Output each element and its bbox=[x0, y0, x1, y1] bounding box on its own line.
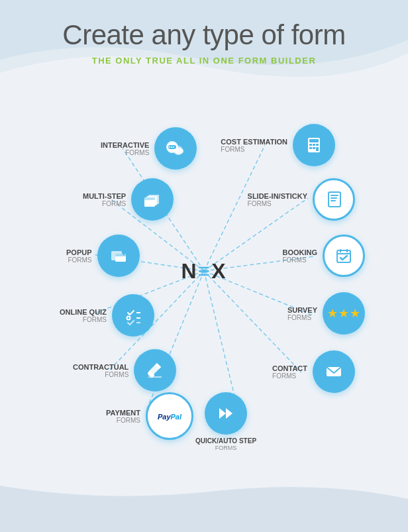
svg-marker-55 bbox=[226, 408, 232, 419]
svg-rect-23 bbox=[313, 144, 315, 146]
svg-rect-33 bbox=[331, 195, 338, 196]
wave-bottom bbox=[0, 479, 408, 532]
tablet-icon bbox=[323, 188, 345, 211]
node-slide-sticky: SLIDE-IN/STICKY FORMS bbox=[248, 178, 355, 221]
circle-payment: PayPal bbox=[146, 392, 193, 440]
circle-quiz bbox=[112, 294, 154, 337]
calendar-icon bbox=[332, 244, 355, 267]
nex-logo-center: N≡X bbox=[168, 254, 240, 288]
svg-rect-32 bbox=[329, 192, 340, 207]
node-payment: PayPal PAYMENT FORMS bbox=[106, 392, 193, 440]
pen-icon bbox=[144, 359, 166, 382]
node-booking: BOOKING FORMS bbox=[282, 235, 365, 277]
circle-quick bbox=[205, 392, 247, 435]
node-survey: SURVEY FORMS ★★★ bbox=[287, 292, 365, 335]
popup-icon bbox=[107, 244, 130, 267]
svg-point-46 bbox=[127, 317, 130, 320]
layers-icon bbox=[141, 188, 164, 211]
svg-line-11 bbox=[204, 271, 238, 412]
node-quick-auto: QUICK/AUTO STEP FORMS bbox=[195, 392, 256, 451]
svg-rect-35 bbox=[331, 200, 336, 201]
circle-interactive bbox=[154, 127, 197, 170]
page-title: Create any type of form bbox=[0, 20, 408, 50]
svg-rect-21 bbox=[309, 139, 319, 142]
node-cost-estimation: COST ESTIMATION FORMS bbox=[221, 124, 335, 166]
checklist-icon bbox=[122, 304, 144, 327]
svg-point-17 bbox=[171, 146, 172, 148]
svg-point-18 bbox=[173, 146, 174, 148]
nex-logo-text: N≡X bbox=[181, 259, 227, 284]
main-content: Create any type of form THE ONLY TRUE AL… bbox=[0, 0, 408, 463]
stars-icon: ★★★ bbox=[327, 306, 361, 321]
node-contractual: CONTRACTUAL FORMS bbox=[73, 349, 176, 392]
page-subtitle: THE ONLY TRUE ALL IN ONE FORM BUILDER bbox=[0, 56, 408, 66]
node-interactive: INTERACTIVE FORMS bbox=[101, 127, 197, 170]
circle-survey: ★★★ bbox=[323, 292, 365, 335]
circle-multi bbox=[131, 178, 174, 221]
fastforward-icon bbox=[215, 403, 236, 424]
svg-point-19 bbox=[174, 148, 183, 154]
circle-booking bbox=[323, 235, 365, 277]
svg-marker-50 bbox=[148, 363, 161, 376]
node-online-quiz: ONLINE QUIZ FORMS bbox=[60, 294, 154, 337]
svg-rect-27 bbox=[316, 147, 319, 151]
page-container: Create any type of form THE ONLY TRUE AL… bbox=[0, 0, 408, 532]
calculator-icon bbox=[303, 134, 325, 156]
svg-rect-22 bbox=[309, 144, 312, 146]
form-diagram: .dash-line { stroke: #4db8e8; stroke-wid… bbox=[0, 79, 408, 463]
circle-popup bbox=[97, 235, 140, 277]
svg-marker-54 bbox=[219, 408, 226, 419]
envelope-icon bbox=[323, 360, 345, 383]
svg-rect-26 bbox=[313, 147, 315, 149]
circle-cost bbox=[293, 124, 335, 166]
node-multi-step: MULTI-STEP FORMS bbox=[83, 178, 174, 221]
svg-rect-24 bbox=[316, 144, 319, 146]
svg-rect-31 bbox=[144, 197, 155, 200]
svg-rect-34 bbox=[331, 197, 337, 199]
svg-rect-25 bbox=[309, 147, 312, 149]
node-popup: POPUP FORMS bbox=[66, 235, 140, 277]
node-contact: CONTACT FORMS bbox=[272, 350, 355, 393]
svg-rect-41 bbox=[337, 250, 350, 262]
svg-point-16 bbox=[169, 146, 170, 148]
circle-contact bbox=[313, 350, 355, 393]
circle-slide bbox=[313, 178, 355, 221]
chat-icon bbox=[164, 136, 187, 160]
circle-contractual bbox=[134, 349, 176, 392]
